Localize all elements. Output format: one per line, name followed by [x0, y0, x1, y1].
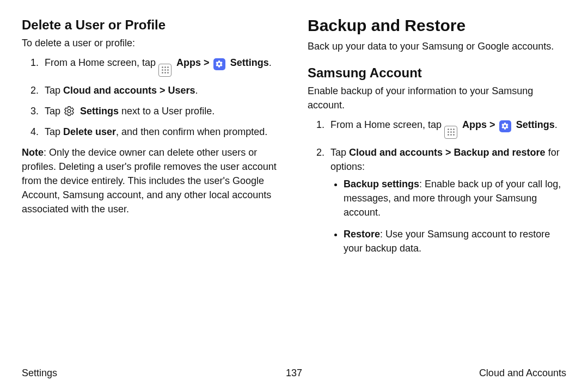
step-text: From a Home screen, tap	[45, 57, 158, 68]
heading-backup-restore: Backup and Restore	[308, 16, 566, 35]
settings-label: Settings	[80, 106, 119, 117]
intro-samsung-account: Enable backup of your information to you…	[308, 84, 566, 112]
step-end: .	[269, 57, 272, 68]
options-list: Backup settings: Enable back up of your …	[344, 177, 566, 255]
step-bold: Cloud and accounts > Backup and restore	[349, 147, 546, 158]
step-post: , and then confirm when prompted.	[116, 126, 267, 137]
chevron-right-icon: >	[489, 119, 498, 130]
step-4: Tap Delete user, and then confirm when p…	[41, 125, 280, 139]
step-post: next to a User profile.	[119, 106, 215, 117]
option-restore: Restore: Use your Samsung account to res…	[344, 227, 566, 255]
step-bold: Cloud and accounts > Users	[63, 85, 195, 96]
intro-delete-user: To delete a user or profile:	[22, 36, 280, 50]
step-text: Tap	[45, 85, 63, 96]
footer-left: Settings	[22, 367, 57, 379]
steps-delete-user: From a Home screen, tap Apps > Settings.…	[22, 56, 280, 139]
footer-page-number: 137	[286, 367, 302, 379]
footer-right: Cloud and Accounts	[479, 367, 566, 379]
apps-icon	[158, 64, 174, 77]
note-paragraph: Note: Only the device owner can delete o…	[22, 145, 280, 216]
note-body: : Only the device owner can delete other…	[22, 147, 277, 215]
option-label: Backup settings	[344, 179, 419, 189]
step-2: Tap Cloud and accounts > Users.	[41, 83, 280, 97]
settings-icon	[498, 120, 513, 132]
step-text: Tap	[45, 106, 63, 117]
step-1: From a Home screen, tap Apps > Settings.	[327, 118, 566, 139]
settings-label: Settings	[230, 57, 269, 68]
right-column: Backup and Restore Back up your data to …	[308, 16, 566, 359]
steps-samsung-account: From a Home screen, tap Apps > Settings.…	[308, 118, 566, 255]
apps-label: Apps	[176, 57, 201, 68]
step-text: Tap	[330, 147, 349, 158]
manual-page: Delete a User or Profile To delete a use…	[0, 0, 588, 392]
step-1: From a Home screen, tap Apps > Settings.	[41, 56, 280, 77]
option-backup-settings: Backup settings: Enable back up of your …	[344, 177, 566, 219]
step-2: Tap Cloud and accounts > Backup and rest…	[327, 145, 566, 256]
page-footer: Settings 137 Cloud and Accounts	[22, 367, 566, 379]
note-label: Note	[22, 147, 44, 158]
settings-outline-icon	[63, 105, 75, 117]
settings-label: Settings	[516, 119, 555, 130]
heading-delete-user: Delete a User or Profile	[22, 17, 280, 33]
step-text: From a Home screen, tap	[330, 119, 444, 130]
settings-icon	[212, 58, 228, 70]
step-text: Tap	[45, 126, 63, 137]
heading-samsung-account: Samsung Account	[308, 65, 566, 81]
step-end: .	[195, 85, 198, 96]
step-bold: Delete user	[63, 126, 116, 137]
apps-icon	[444, 126, 460, 139]
intro-backup-restore: Back up your data to your Samsung or Goo…	[308, 39, 566, 53]
left-column: Delete a User or Profile To delete a use…	[22, 16, 280, 359]
chevron-right-icon: >	[204, 57, 212, 68]
step-end: .	[555, 119, 558, 130]
option-label: Restore	[344, 229, 380, 240]
step-3: Tap Settings next to a User profile.	[41, 104, 280, 118]
apps-label: Apps	[462, 119, 487, 130]
